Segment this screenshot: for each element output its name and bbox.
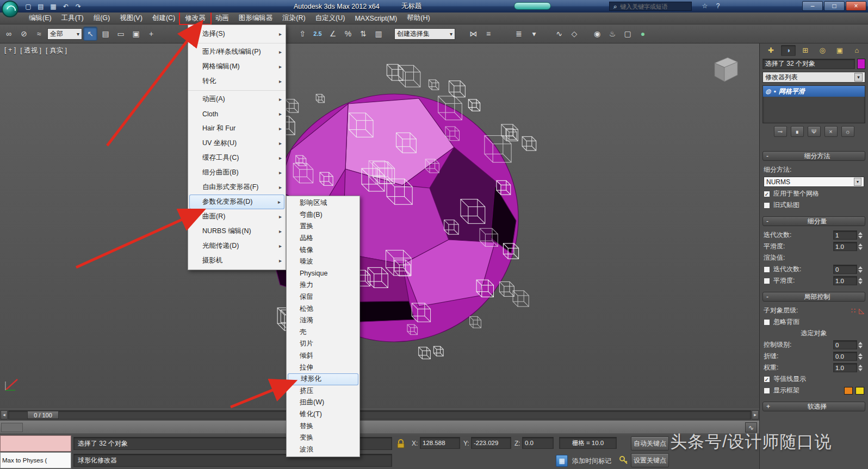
deformer-menu-item[interactable]: 球形化 bbox=[288, 373, 358, 385]
weight-spinner[interactable]: 1.0 bbox=[833, 363, 864, 372]
menu-bar-item[interactable]: 编辑(E) bbox=[24, 12, 57, 24]
percent-snap-icon[interactable]: % bbox=[341, 27, 355, 41]
new-scene-icon[interactable]: ▢ bbox=[23, 2, 34, 11]
modifiers-menu-item[interactable]: 摄影机 ▸ bbox=[188, 253, 286, 268]
bind-to-spacewarp-icon[interactable]: ≈ bbox=[32, 27, 46, 41]
viewport-pov-menu[interactable]: [ 透视 ] bbox=[20, 46, 41, 55]
smoothness-spinner[interactable]: 1.0 bbox=[833, 242, 864, 251]
selection-name-field[interactable]: 选择了 32 个对象 bbox=[762, 59, 855, 69]
modifiers-menu-item[interactable]: 曲面(R) ▸ bbox=[188, 209, 286, 224]
select-and-link-icon[interactable]: ∞ bbox=[2, 27, 16, 41]
edge-mode-icon[interactable]: ◺ bbox=[859, 307, 864, 315]
deformer-menu-item[interactable]: 倾斜 bbox=[287, 350, 359, 362]
material-editor-icon[interactable]: ◉ bbox=[590, 27, 604, 41]
track-bar[interactable]: ∿ bbox=[0, 420, 759, 434]
deformer-menu-item[interactable]: 推力 bbox=[287, 279, 359, 291]
menu-bar-item[interactable]: 工具(T) bbox=[57, 12, 89, 24]
select-object-icon[interactable]: ↖ bbox=[83, 27, 97, 41]
deformer-menu-item[interactable]: 替换 bbox=[287, 420, 359, 432]
mirror-icon[interactable]: ⋈ bbox=[466, 27, 480, 41]
edit-named-selections-icon[interactable]: ▥ bbox=[371, 27, 386, 41]
add-time-tag[interactable]: 添加时间标记 bbox=[572, 455, 611, 467]
deformer-menu-item[interactable]: 挤压 bbox=[287, 385, 359, 397]
iterations-spinner[interactable]: 1 bbox=[833, 230, 864, 240]
undo-icon[interactable]: ↶ bbox=[60, 2, 71, 11]
favorites-star-icon[interactable]: ☆ bbox=[699, 1, 710, 11]
spinner-snap-icon[interactable]: ⇅ bbox=[356, 27, 370, 41]
set-keys-key-icon[interactable] bbox=[619, 455, 629, 465]
modifiers-menu-item[interactable]: Hair 和 Fur ▸ bbox=[188, 121, 286, 136]
minimize-button[interactable]: – bbox=[802, 1, 823, 11]
deformer-menu-item[interactable]: 涟漪 bbox=[287, 315, 359, 327]
deformer-menu-item[interactable]: 弯曲(B) bbox=[287, 209, 359, 221]
modifiers-menu-item[interactable]: 光能传递(D) ▸ bbox=[188, 239, 286, 253]
modifiers-menu-item[interactable]: 细分曲面(B) ▸ bbox=[188, 165, 286, 180]
selection-lock-icon[interactable] bbox=[396, 439, 405, 449]
close-button[interactable]: × bbox=[846, 1, 866, 11]
save-file-icon[interactable]: ▦ bbox=[48, 2, 59, 11]
modifiers-menu-item[interactable]: 参数化变形器(D) ▸ bbox=[189, 195, 284, 209]
deformer-menu-item[interactable]: 噪波 bbox=[287, 256, 359, 268]
menu-bar-item[interactable]: 图形编辑器 bbox=[234, 12, 278, 24]
deformer-menu-item[interactable]: 锥化(T) bbox=[287, 409, 359, 421]
menu-bar-item[interactable]: 组(G) bbox=[89, 12, 115, 24]
angle-snap-icon[interactable]: ∠ bbox=[326, 27, 340, 41]
menu-bar-item[interactable]: 视图(V) bbox=[115, 12, 147, 24]
align-icon[interactable]: ≡ bbox=[481, 27, 495, 41]
deformer-menu-item[interactable]: 变换 bbox=[287, 432, 359, 444]
menu-bar-item[interactable]: 修改器 bbox=[180, 12, 210, 24]
maxscript-mini-recorder[interactable] bbox=[0, 435, 71, 452]
lightbulb-icon[interactable]: ◍ bbox=[765, 87, 771, 95]
tab-display-icon[interactable]: ▣ bbox=[832, 45, 847, 56]
deformer-menu-item[interactable]: 壳 bbox=[287, 327, 359, 339]
infocenter-widget[interactable] bbox=[514, 2, 551, 10]
apply-to-whole-mesh-checkbox[interactable] bbox=[764, 191, 770, 197]
track-bar-selection-box[interactable] bbox=[1, 423, 23, 432]
schematic-view-icon[interactable]: ◇ bbox=[567, 27, 581, 41]
x-coordinate-field[interactable] bbox=[420, 437, 460, 449]
render-smoothness-spinner[interactable]: 1.0 bbox=[833, 276, 864, 285]
deformer-menu-item[interactable]: 影响区域 bbox=[287, 197, 359, 209]
make-unique-icon[interactable]: Ψ bbox=[808, 126, 821, 137]
isoline-display-checkbox[interactable] bbox=[764, 376, 770, 383]
y-coordinate-field[interactable] bbox=[471, 437, 511, 449]
rollout-header[interactable]: - 局部控制 bbox=[762, 292, 865, 302]
deformer-menu-item[interactable]: 切片 bbox=[287, 338, 359, 350]
tab-modify-icon[interactable]: ◑ bbox=[781, 45, 796, 56]
menu-bar-item[interactable]: 创建(C) bbox=[147, 12, 180, 24]
redo-icon[interactable]: ↷ bbox=[73, 2, 84, 11]
previous-frame-icon[interactable]: ◂ bbox=[1, 410, 8, 420]
tab-hierarchy-icon[interactable]: ⊞ bbox=[798, 45, 813, 56]
set-key-button[interactable]: 设置关键点 bbox=[631, 453, 669, 467]
rectangular-selection-region-icon[interactable]: ▭ bbox=[114, 27, 128, 41]
frame-color-swatch-1[interactable] bbox=[844, 387, 853, 395]
vertex-mode-icon[interactable]: ∷ bbox=[851, 307, 855, 315]
open-file-icon[interactable]: ▤ bbox=[35, 2, 46, 11]
rendered-frame-window-icon[interactable]: ▢ bbox=[621, 27, 635, 41]
ignore-backfacing-checkbox[interactable] bbox=[764, 319, 770, 326]
viewport-shading-menu[interactable]: [ 真实 ] bbox=[46, 46, 67, 55]
curve-editor-icon[interactable]: ∿ bbox=[552, 27, 566, 41]
rollout-header[interactable]: + 软选择 bbox=[762, 402, 865, 411]
subdivision-method-dropdown[interactable]: NURMS ▾ bbox=[764, 177, 864, 187]
maxscript-mini-listener[interactable]: Max to Physes ( bbox=[0, 452, 71, 468]
help-icon[interactable]: ? bbox=[712, 1, 723, 11]
deformer-menu-item[interactable]: 保留 bbox=[287, 291, 359, 303]
render-production-icon[interactable]: ● bbox=[636, 27, 650, 41]
perspective-viewport[interactable]: [ + ] [ 透视 ] [ 真实 ] bbox=[0, 43, 759, 409]
render-smoothness-checkbox[interactable] bbox=[764, 278, 770, 284]
select-and-move-icon[interactable]: + bbox=[144, 27, 158, 41]
menu-bar-item[interactable]: 自定义(U) bbox=[311, 12, 350, 24]
selection-filter-dropdown[interactable]: 全部▾ bbox=[47, 28, 82, 40]
modifiers-menu-item[interactable]: Cloth ▸ bbox=[188, 107, 286, 121]
deformer-menu-item[interactable]: 晶格 bbox=[287, 233, 359, 245]
z-coordinate-field[interactable] bbox=[522, 437, 554, 449]
render-iterations-checkbox[interactable] bbox=[764, 266, 770, 273]
modifiers-menu-item[interactable]: 自由形式变形器(F) ▸ bbox=[188, 180, 286, 195]
remove-modifier-icon[interactable]: × bbox=[824, 126, 838, 137]
menu-bar-item[interactable]: 帮助(H) bbox=[402, 12, 435, 24]
display-frame-checkbox[interactable] bbox=[764, 387, 770, 394]
max-logo-icon[interactable] bbox=[2, 1, 18, 17]
show-end-result-icon[interactable]: ∎ bbox=[791, 126, 804, 137]
tab-utilities-icon[interactable]: ⌂ bbox=[850, 45, 864, 56]
